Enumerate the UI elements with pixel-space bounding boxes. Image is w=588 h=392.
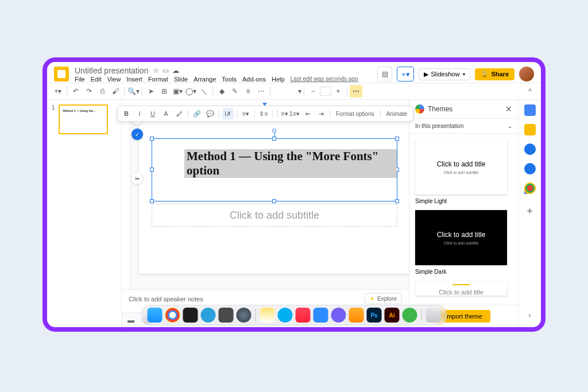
decrease-indent-button[interactable]: ⇤	[302, 108, 314, 119]
dock-separator	[256, 309, 256, 321]
separator	[219, 110, 219, 118]
dock-quicktime[interactable]	[237, 308, 252, 323]
textbox-tool[interactable]: ⊞	[158, 85, 171, 98]
separator	[142, 87, 142, 96]
line-tool[interactable]: ＼	[198, 85, 210, 98]
dock-settings[interactable]	[219, 308, 234, 323]
menu-help[interactable]: Help	[272, 76, 285, 83]
star-icon[interactable]: ☆	[153, 67, 159, 75]
menu-file[interactable]: File	[75, 76, 85, 83]
dock-zoom[interactable]	[314, 308, 328, 323]
menu-view[interactable]: View	[107, 76, 121, 83]
highlight-button[interactable]: 🖉	[173, 108, 185, 119]
numbered-list-button[interactable]: 1≡▾	[289, 108, 300, 119]
calendar-icon[interactable]	[524, 104, 536, 116]
menu-edit[interactable]: Edit	[91, 76, 102, 83]
font-size-decrease[interactable]: −	[307, 85, 319, 98]
collapse-toolbar-button[interactable]: ^	[524, 85, 536, 98]
format-options-button[interactable]: Format options	[333, 111, 377, 117]
title-text-box[interactable]: Method 1 — Using the "More Fonts" option	[152, 138, 397, 201]
comment-history-button[interactable]: ▤	[377, 67, 392, 81]
document-title[interactable]: Untitled presentation	[75, 66, 148, 75]
more-toolbar-button[interactable]: ⋯	[350, 85, 362, 98]
italic-button[interactable]: I	[134, 108, 145, 119]
dock-illustrator[interactable]: Ai	[385, 308, 400, 323]
dock-utorrent[interactable]	[403, 308, 417, 323]
clear-format-button[interactable]: I✗	[222, 108, 234, 119]
border-weight-button[interactable]: ≡	[242, 85, 254, 98]
menu-tools[interactable]: Tools	[222, 76, 237, 83]
align-button[interactable]: ≡▾	[240, 108, 252, 119]
comment-button[interactable]: 💬	[204, 108, 216, 119]
undo-button[interactable]: ↶	[69, 85, 82, 98]
shape-tool[interactable]: ◯▾	[184, 85, 197, 98]
dock-photoshop[interactable]: Ps	[367, 308, 382, 323]
link-button[interactable]: 🔗	[191, 108, 203, 119]
cut-badge[interactable]: ✂	[131, 172, 144, 185]
menu-slide[interactable]: Slide	[174, 76, 188, 83]
dock-pages[interactable]	[349, 308, 364, 323]
menu-insert[interactable]: Insert	[126, 76, 142, 83]
menu-format[interactable]: Format	[148, 76, 168, 83]
menu-addons[interactable]: Add-ons	[242, 76, 266, 83]
theme-card-light[interactable]: Click to add title Click to add subtitle	[415, 139, 507, 195]
cloud-icon[interactable]: ☁	[172, 67, 179, 75]
dock-notes[interactable]	[260, 308, 275, 323]
dock-trash[interactable]	[426, 308, 441, 323]
subtitle-placeholder[interactable]: Click to add subtitle	[152, 204, 397, 227]
move-icon[interactable]: ▭	[163, 67, 169, 75]
fill-color-button[interactable]: ◆	[215, 85, 228, 98]
animate-button[interactable]: Animate	[384, 111, 411, 117]
line-spacing-button[interactable]: ⇕≡	[258, 108, 269, 119]
dock-figma[interactable]	[183, 308, 198, 323]
theme-card-dark[interactable]: Click to add title Click to add subtitle	[415, 210, 507, 265]
dock-music[interactable]	[296, 308, 311, 323]
font-dropdown[interactable]: ▾	[273, 85, 301, 98]
dock-finder[interactable]	[148, 308, 163, 323]
maps-icon[interactable]	[524, 183, 536, 194]
hide-panel-icon[interactable]: ›	[528, 311, 531, 319]
bold-button[interactable]: B	[121, 108, 132, 119]
paint-format-button[interactable]: 🖌	[109, 85, 122, 98]
slide-canvas[interactable]: Method 1 — Using the "More Fonts" option…	[139, 114, 409, 274]
border-color-button[interactable]: ✎	[229, 85, 241, 98]
font-size-field[interactable]	[320, 87, 331, 96]
slide-title-text[interactable]: Method 1 — Using the "More Fonts" option	[184, 149, 397, 178]
menu-arrange[interactable]: Arrange	[194, 76, 216, 83]
filmstrip-view-icon[interactable]: ▬	[127, 316, 134, 324]
font-size-increase[interactable]: +	[332, 85, 345, 98]
slide-thumbnail[interactable]: Method 1 — Using the...	[59, 104, 108, 134]
present-add-button[interactable]: +▾	[397, 67, 414, 81]
dock-separator	[421, 309, 422, 321]
bullet-list-button[interactable]: ⋮≡▾	[276, 108, 287, 119]
share-button[interactable]: 🔒Share	[475, 68, 514, 80]
theme-card-partial[interactable]: Click to add title	[415, 281, 507, 296]
themes-section-dropdown[interactable]: In this presentation⌄	[409, 119, 518, 134]
dock-skype[interactable]	[278, 308, 293, 323]
slides-logo[interactable]	[54, 67, 69, 81]
tasks-icon[interactable]	[524, 143, 536, 155]
dock-telegram[interactable]	[201, 308, 216, 323]
close-themes-button[interactable]: ✕	[505, 104, 512, 114]
new-slide-button[interactable]: +▾	[52, 85, 64, 98]
text-color-button[interactable]: A	[160, 108, 172, 119]
keep-icon[interactable]	[524, 124, 536, 135]
separator	[237, 110, 237, 118]
underline-button[interactable]: U	[147, 108, 158, 119]
zoom-button[interactable]: 🔍▾	[127, 85, 140, 98]
redo-button[interactable]: ↷	[83, 85, 95, 98]
last-edit[interactable]: Last edit was seconds ago	[291, 76, 358, 82]
print-button[interactable]: ⎙	[96, 85, 109, 98]
dock-viber[interactable]	[331, 308, 346, 323]
checkmark-badge[interactable]: ✓	[131, 128, 144, 141]
select-tool[interactable]: ➤	[145, 85, 157, 98]
account-avatar[interactable]	[519, 67, 534, 81]
slideshow-button[interactable]: ▶Slideshow▾	[419, 68, 470, 80]
image-tool[interactable]: ▣▾	[171, 85, 184, 98]
increase-indent-button[interactable]: ⇥	[315, 108, 327, 119]
contacts-icon[interactable]	[524, 163, 536, 174]
dock-chrome[interactable]	[165, 308, 180, 323]
explore-button[interactable]: ✦Explore	[365, 293, 402, 304]
border-dash-button[interactable]: ⋯	[255, 85, 268, 98]
addons-plus-icon[interactable]: +	[527, 205, 533, 218]
